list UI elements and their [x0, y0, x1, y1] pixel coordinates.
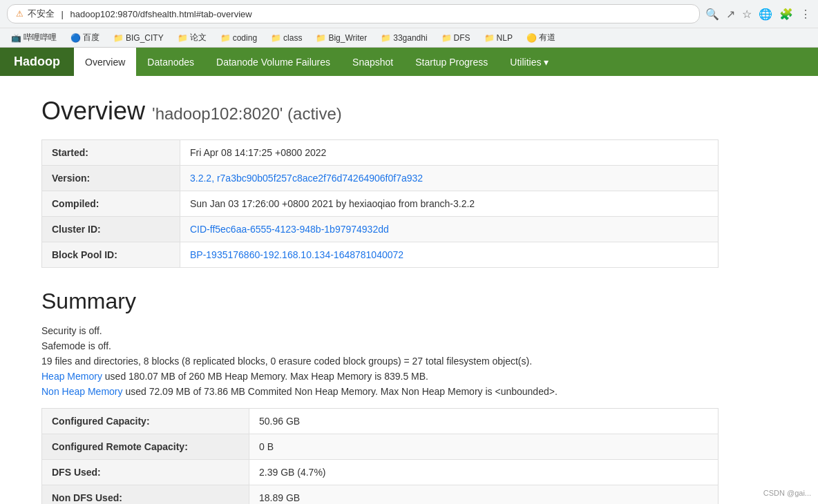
- nav-utilities[interactable]: Utilities ▾: [499, 48, 560, 76]
- brand-label: Hadoop: [14, 55, 60, 69]
- address-bar: ⚠ 不安全 | hadoop102:9870/dfshealth.html#ta…: [0, 0, 818, 28]
- bilibili-icon: 📺: [11, 33, 21, 43]
- bookmark-baidu[interactable]: 🔵 百度: [66, 30, 104, 45]
- version-label: Version:: [42, 166, 180, 191]
- nav-datanodes[interactable]: Datanodes: [136, 48, 205, 76]
- bookmark-class[interactable]: 📁 class: [267, 32, 306, 44]
- block-pool-id-link[interactable]: BP-1935176860-192.168.10.134-16487810400…: [190, 249, 403, 260]
- summary-table: Configured Capacity: 50.96 GB Configured…: [41, 408, 719, 504]
- block-pool-id-label: Block Pool ID:: [42, 242, 180, 268]
- bookmarks-bar: 📺 哔哩哔哩 🔵 百度 📁 BIG_CITY 📁 论文 📁 coding 📁 c…: [0, 28, 818, 47]
- menu-icon[interactable]: ⋮: [800, 8, 811, 21]
- folder-icon-6: 📁: [381, 33, 391, 43]
- search-icon[interactable]: 🔍: [705, 8, 719, 21]
- table-row: DFS Used: 2.39 GB (4.7%): [42, 460, 719, 485]
- table-row: Configured Remote Capacity: 0 B: [42, 434, 719, 460]
- security-status: Security is off.: [41, 325, 719, 336]
- bookmark-youdao[interactable]: 🟡 有道: [522, 30, 560, 45]
- table-row: Block Pool ID: BP-1935176860-192.168.10.…: [42, 242, 719, 268]
- chrome-icon: 🌐: [759, 8, 772, 21]
- table-row: Started: Fri Apr 08 14:17:25 +0800 2022: [42, 140, 719, 166]
- folder-icon-3: 📁: [220, 33, 231, 43]
- browser-icons: 🔍 ↗ ☆ 🌐 🧩 ⋮: [705, 8, 811, 21]
- bookmark-nlp[interactable]: 📁 NLP: [480, 32, 517, 44]
- table-row: Compiled: Sun Jan 03 17:26:00 +0800 2021…: [42, 191, 719, 217]
- folder-icon: 📁: [113, 33, 124, 43]
- safemode-status: Safemode is off.: [41, 340, 719, 351]
- nav-startup-progress[interactable]: Startup Progress: [404, 48, 499, 76]
- bookmark-bigwriter[interactable]: 📁 Big_Writer: [312, 32, 371, 44]
- table-row: Version: 3.2.2, r7a3bc90b05f257c8ace2f76…: [42, 166, 719, 191]
- summary-heading: Summary: [41, 289, 719, 314]
- navbar-nav: Overview Datanodes Datanode Volume Failu…: [74, 48, 560, 76]
- configured-capacity-label: Configured Capacity:: [42, 409, 249, 434]
- corner-badge: CSDN @gai...: [763, 489, 811, 497]
- cluster-id-value: CID-ff5ec6aa-6555-4123-948b-1b97974932dd: [180, 217, 719, 242]
- nav-overview[interactable]: Overview: [74, 48, 136, 76]
- nav-datanode-volume-failures[interactable]: Datanode Volume Failures: [205, 48, 341, 76]
- configured-remote-capacity-label: Configured Remote Capacity:: [42, 434, 249, 460]
- non-dfs-used-label: Non DFS Used:: [42, 485, 249, 505]
- version-link[interactable]: 3.2.2, r7a3bc90b05f257c8ace2f76d74264906…: [190, 173, 423, 184]
- insecure-label: 不安全: [28, 8, 55, 20]
- filesystem-info: 19 files and directories, 8 blocks (8 re…: [41, 356, 719, 367]
- version-value: 3.2.2, r7a3bc90b05f257c8ace2f76d74264906…: [180, 166, 719, 191]
- overview-table: Started: Fri Apr 08 14:17:25 +0800 2022 …: [41, 139, 719, 268]
- table-row: Cluster ID: CID-ff5ec6aa-6555-4123-948b-…: [42, 217, 719, 242]
- overview-heading: Overview 'hadoop102:8020' (active): [41, 97, 719, 126]
- url-text: hadoop102:9870/dfshealth.html#tab-overvi…: [70, 9, 252, 19]
- non-heap-memory-info: Non Heap Memory used 72.09 MB of 73.86 M…: [41, 386, 719, 397]
- started-label: Started:: [42, 140, 180, 166]
- bookmark-coding[interactable]: 📁 coding: [216, 32, 261, 44]
- dfs-used-value: 2.39 GB (4.7%): [249, 460, 719, 485]
- share-icon[interactable]: ↗: [726, 8, 735, 21]
- table-row: Configured Capacity: 50.96 GB: [42, 409, 719, 434]
- configured-capacity-value: 50.96 GB: [249, 409, 719, 434]
- hostname-label: 'hadoop102:8020' (active): [152, 104, 342, 123]
- table-row: Non DFS Used: 18.89 GB: [42, 485, 719, 505]
- youdao-icon: 🟡: [526, 33, 537, 43]
- non-heap-memory-link[interactable]: Non Heap Memory: [41, 386, 123, 397]
- bookmark-icon[interactable]: ☆: [742, 8, 752, 21]
- nav-snapshot[interactable]: Snapshot: [341, 48, 404, 76]
- compiled-value: Sun Jan 03 17:26:00 +0800 2021 by hexiao…: [180, 191, 719, 217]
- folder-icon-7: 📁: [441, 33, 452, 43]
- folder-icon-4: 📁: [271, 33, 281, 43]
- main-content: Overview 'hadoop102:8020' (active) Start…: [0, 76, 760, 504]
- security-warning-icon: ⚠: [16, 9, 23, 19]
- block-pool-id-value: BP-1935176860-192.168.10.134-16487810400…: [180, 242, 719, 268]
- folder-icon-5: 📁: [316, 33, 326, 43]
- heap-memory-info: Heap Memory used 180.07 MB of 260 MB Hea…: [41, 371, 719, 382]
- baidu-icon: 🔵: [70, 33, 81, 43]
- folder-icon-2: 📁: [178, 33, 188, 43]
- navbar-brand: Hadoop: [0, 48, 74, 76]
- bookmark-bigcity[interactable]: 📁 BIG_CITY: [109, 32, 168, 44]
- heap-memory-link[interactable]: Heap Memory: [41, 371, 102, 382]
- non-dfs-used-value: 18.89 GB: [249, 485, 719, 505]
- started-value: Fri Apr 08 14:17:25 +0800 2022: [180, 140, 719, 166]
- bookmark-33gandhi[interactable]: 📁 33gandhi: [377, 32, 431, 44]
- navbar: Hadoop Overview Datanodes Datanode Volum…: [0, 48, 818, 76]
- configured-remote-capacity-value: 0 B: [249, 434, 719, 460]
- bookmark-bilibili[interactable]: 📺 哔哩哔哩: [7, 30, 61, 45]
- heap-memory-text: used 180.07 MB of 260 MB Heap Memory. Ma…: [105, 371, 428, 382]
- cluster-id-link[interactable]: CID-ff5ec6aa-6555-4123-948b-1b97974932dd: [190, 224, 389, 235]
- dfs-used-label: DFS Used:: [42, 460, 249, 485]
- address-input[interactable]: ⚠ 不安全 | hadoop102:9870/dfshealth.html#ta…: [7, 4, 700, 23]
- bookmark-paper[interactable]: 📁 论文: [173, 30, 211, 45]
- bookmark-dfs[interactable]: 📁 DFS: [437, 32, 475, 44]
- cluster-id-label: Cluster ID:: [42, 217, 180, 242]
- non-heap-memory-text: used 72.09 MB of 73.86 MB Commited Non H…: [125, 386, 557, 397]
- compiled-label: Compiled:: [42, 191, 180, 217]
- browser-chrome: ⚠ 不安全 | hadoop102:9870/dfshealth.html#ta…: [0, 0, 818, 48]
- folder-icon-8: 📁: [484, 33, 495, 43]
- dropdown-arrow-icon: ▾: [544, 57, 549, 68]
- extensions-icon[interactable]: 🧩: [779, 8, 793, 21]
